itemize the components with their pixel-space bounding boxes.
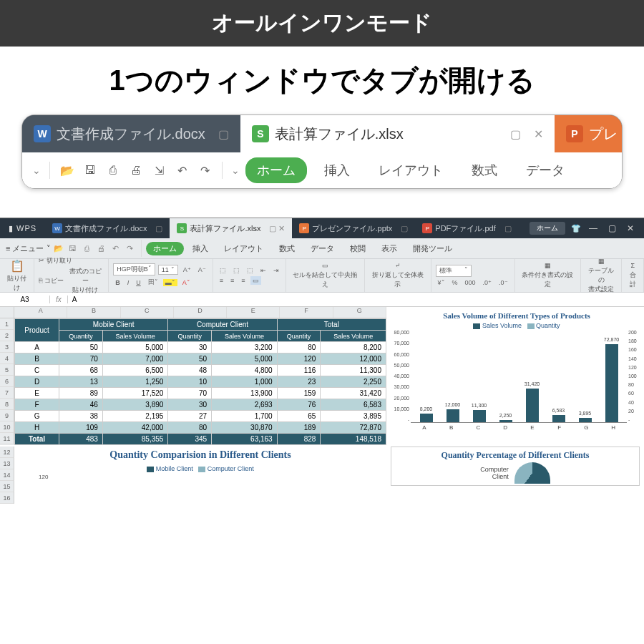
wrap-icon: ⤶ — [395, 262, 401, 269]
underline-button[interactable]: U — [134, 278, 143, 287]
tab-word[interactable]: W 文書作成ファイル.docx ▢ — [22, 115, 240, 152]
formula-input[interactable]: A — [68, 296, 644, 303]
save-icon[interactable]: 🖫 — [82, 162, 99, 179]
paste-group: 📋 貼り付け — [0, 259, 34, 292]
align-bot[interactable]: ⬚ — [245, 266, 255, 275]
cond-format[interactable]: ▦ 条件付き書式の設定 — [515, 259, 582, 292]
indent-dec[interactable]: ⇤ — [258, 266, 268, 275]
chart-quantity-comparison[interactable]: Quantity Comparision in Different Client… — [14, 447, 386, 504]
copy-button[interactable]: ⎘ コピー — [39, 276, 64, 286]
data-table[interactable]: Product Mobile Client Computer Client To… — [14, 318, 386, 445]
open-icon[interactable]: 📂 — [52, 244, 65, 253]
align-top[interactable]: ⬚ — [218, 266, 228, 275]
pdf-icon: P — [422, 223, 432, 233]
chevron-down-icon[interactable]: ⌄ — [231, 165, 240, 176]
word-icon: W — [34, 125, 51, 142]
italic-button[interactable]: I — [125, 278, 132, 287]
border-button[interactable]: 田˅ — [146, 277, 160, 288]
app-tab-word[interactable]: W文書作成ファイル.docx▢ — [45, 218, 170, 238]
tab-excel-active[interactable]: S 表計算ファイル.xlsx ▢ ✕ — [240, 115, 555, 152]
cut-button[interactable]: ✂ 切り取り — [39, 256, 72, 265]
merge-group[interactable]: ▭ セルを結合して中央揃え — [286, 259, 365, 292]
close-icon[interactable]: ✕ — [534, 127, 543, 141]
tab-word-label: 文書作成ファイル.docx — [57, 125, 205, 144]
print-icon[interactable]: 🖨 — [127, 162, 145, 179]
menu-layout[interactable]: レイアウト — [217, 243, 270, 254]
wrap-group[interactable]: ⤶ 折り返して全体表示 — [365, 259, 431, 292]
tab-min-icon[interactable]: ▢ — [218, 127, 229, 141]
paste-icon[interactable]: 📋 — [10, 259, 24, 273]
app-tab-excel[interactable]: S表計算ファイル.xlsx▢ ✕ — [170, 218, 292, 238]
redo-icon[interactable]: ↷ — [124, 244, 137, 253]
ribbon-insert[interactable]: 挿入 — [313, 157, 361, 183]
ribbon-toolbar: 📋 貼り付け ✂ 切り取り ⎘ コピー 書式のコピー 貼り付け HGP明朝B˅ … — [0, 258, 644, 293]
merge-icon: ▭ — [322, 262, 328, 269]
undo-icon[interactable]: ↶ — [109, 244, 122, 253]
chevron-down-icon[interactable]: ⌄ — [32, 165, 41, 176]
fx-icon[interactable]: fx — [50, 296, 68, 303]
minimize-icon[interactable]: — — [587, 223, 600, 233]
presentation-icon: P — [566, 125, 583, 142]
grow-font[interactable]: A⁺ — [181, 265, 193, 274]
sheet-area: A B C D E F G 1234567891011 Product Mobi… — [0, 307, 644, 445]
table-format[interactable]: ▦ テーブルの 書式設定 — [581, 259, 622, 292]
menu-home[interactable]: ホーム — [146, 242, 184, 255]
menu-label[interactable]: ≡ メニュー ˅ — [6, 243, 51, 254]
redo-icon[interactable]: ↷ — [196, 162, 213, 179]
sum-group[interactable]: Σ 合計 — [622, 259, 644, 292]
app-tabs: ▮ WPS W文書作成ファイル.docx▢ S表計算ファイル.xlsx▢ ✕ P… — [0, 218, 644, 238]
row-headers: 1234567891011 — [0, 318, 14, 445]
align-group: ⬚⬚⬚ ⇤⇥ ≡≡≡ ▭ — [213, 259, 286, 292]
home-pill[interactable]: ホーム — [530, 222, 565, 235]
app-logo: ▮ WPS — [0, 224, 45, 233]
menu-dev[interactable]: 開発ツール — [406, 243, 459, 254]
shrink-font[interactable]: A⁻ — [196, 265, 208, 274]
align-right[interactable]: ≡ — [239, 276, 247, 285]
ribbon-data[interactable]: データ — [514, 157, 576, 183]
print-icon[interactable]: 🖨 — [95, 244, 108, 253]
font-size-select[interactable]: 11˅ — [158, 265, 178, 275]
align-left[interactable]: ≡ — [218, 276, 225, 285]
print-preview-icon[interactable]: ⎙ — [104, 162, 122, 179]
number-format[interactable]: 標準˅ — [436, 265, 472, 277]
skin-icon[interactable]: 👕 — [571, 224, 581, 233]
tab-min-icon[interactable]: ▢ — [510, 127, 521, 141]
banner: オールインワンモード — [0, 0, 644, 47]
undo-icon[interactable]: ↶ — [173, 162, 190, 179]
print-icon[interactable]: ⎙ — [81, 244, 94, 253]
align-mid[interactable]: ⬚ — [231, 266, 242, 275]
menu-review[interactable]: 校閲 — [343, 243, 373, 254]
chart-quantity-percentage[interactable]: Quantity Percentage of Different Clients… — [391, 447, 640, 486]
menu-insert[interactable]: 挿入 — [185, 243, 215, 254]
menu-data[interactable]: データ — [303, 243, 341, 254]
menu-view[interactable]: 表示 — [374, 243, 404, 254]
clipboard-group: ✂ 切り取り ⎘ コピー 書式のコピー 貼り付け — [34, 259, 109, 292]
spreadsheet-icon: S — [177, 223, 187, 233]
chart-sales-volume[interactable]: Sales Volume of Different Types of Produ… — [386, 307, 644, 445]
align-center[interactable]: ≡ — [228, 276, 236, 285]
magnified-tabs: W 文書作成ファイル.docx ▢ S 表計算ファイル.xlsx ▢ ✕ P プ… — [22, 115, 622, 152]
export-icon[interactable]: ⇲ — [150, 162, 167, 179]
name-box[interactable]: A3 — [0, 296, 50, 303]
menu-formula[interactable]: 数式 — [272, 243, 302, 254]
app-window: ▮ WPS W文書作成ファイル.docx▢ S表計算ファイル.xlsx▢ ✕ P… — [0, 218, 644, 504]
ribbon-home[interactable]: ホーム — [245, 157, 307, 183]
maximize-icon[interactable]: ▢ — [605, 223, 618, 233]
font-name-select[interactable]: HGP明朝B˅ — [113, 263, 155, 275]
ribbon-formula[interactable]: 数式 — [460, 157, 509, 183]
ribbon-layout[interactable]: レイアウト — [367, 157, 454, 183]
close-icon[interactable]: ✕ — [624, 223, 637, 233]
tab-ppt[interactable]: P プレ — [555, 115, 622, 152]
spreadsheet-icon: S — [252, 125, 269, 142]
font-color[interactable]: A˅ — [180, 278, 192, 287]
fill-color[interactable]: ▬˅ — [163, 279, 177, 286]
app-tab-pdf[interactable]: PPDFファイル.pdf▢ — [415, 218, 518, 238]
format-painter[interactable]: 書式のコピー 貼り付け — [67, 267, 104, 295]
indent-inc[interactable]: ⇥ — [271, 266, 281, 275]
app-tab-ppt[interactable]: Pプレゼンファイル.pptx▢ — [292, 218, 415, 238]
merge-icon[interactable]: ▭ — [250, 276, 261, 285]
open-icon[interactable]: 📂 — [59, 162, 76, 179]
tab-ppt-label: プレ — [589, 125, 618, 144]
bold-button[interactable]: B — [113, 278, 122, 287]
save-icon[interactable]: 🖫 — [67, 244, 79, 253]
